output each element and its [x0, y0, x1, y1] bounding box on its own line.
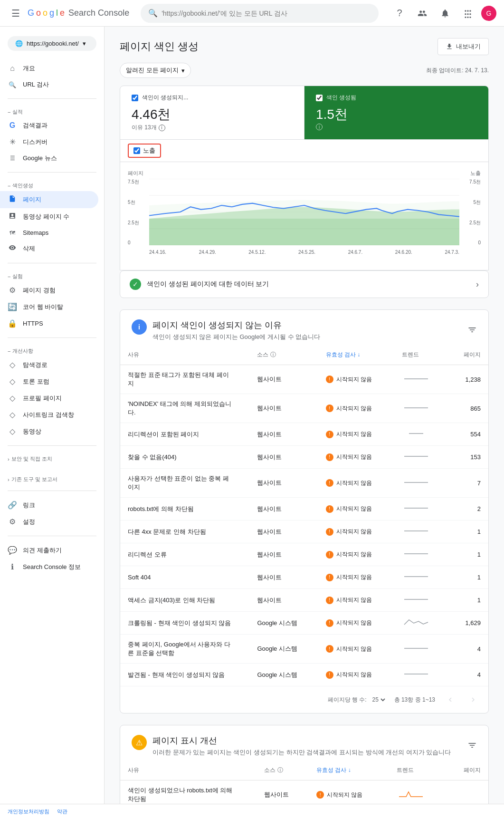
- display-filter-icon[interactable]: [467, 741, 477, 752]
- sidebar-item-breadcrumbs[interactable]: ◇ 탐색경로: [0, 357, 98, 373]
- per-page-label: 페이지당 행 수:: [328, 696, 367, 704]
- sidebar-item-sitemaps[interactable]: 🗺 Sitemaps: [0, 225, 98, 240]
- chart-x-labels: 24.4.16. 24.4.29. 24.5.12. 24.5.25. 24.6…: [149, 250, 459, 255]
- sidebar-item-profile-page[interactable]: ◇ 프로필 페이지: [0, 390, 98, 406]
- people-icon[interactable]: [413, 4, 432, 23]
- discover-icon: ✳: [8, 137, 17, 146]
- user-avatar[interactable]: G: [481, 6, 496, 21]
- prev-page-button[interactable]: [443, 692, 458, 707]
- sidebar-item-google-news[interactable]: ☰ Google 뉴스: [0, 150, 98, 166]
- content-inner: 페이지 색인 생성 내보내기 알려진 모든 페이지 ▾ 최종 업데이트: 24.…: [105, 27, 504, 819]
- sidebar-item-feedback[interactable]: 💬 의견 제출하기: [0, 542, 98, 559]
- pages-icon: [8, 195, 17, 204]
- dcol-validation[interactable]: 유효성 검사 ↓: [309, 761, 389, 780]
- section-expand-icon: −: [8, 109, 10, 115]
- dcol-reason: 사유: [120, 761, 257, 780]
- sidebar-item-video[interactable]: ◇ 동영상: [0, 423, 98, 440]
- sidebar-item-video-pages[interactable]: 동영상 페이지 수: [0, 208, 98, 225]
- dsource-info-icon[interactable]: ⓘ: [277, 767, 283, 773]
- search-bar[interactable]: 🔍: [141, 4, 379, 23]
- table-row[interactable]: 리디렉션이 포함된 페이지 웹사이트 ! 시작되지 않음 554: [120, 423, 488, 446]
- dcol-source: 소스 ⓘ: [257, 761, 309, 780]
- dcol-count: 페이지: [446, 761, 488, 780]
- sidebar-item-url-check[interactable]: 🔍 URL 검사: [0, 77, 98, 93]
- sidebar-section-label-legacy[interactable]: › 기존 도구 및 보고서: [0, 472, 104, 485]
- cell-source: 웹사이트: [249, 446, 318, 469]
- sidebar-item-label: HTTPS: [23, 320, 43, 327]
- next-page-button[interactable]: [466, 692, 481, 707]
- sidebar-item-overview[interactable]: ⌂ 개요: [0, 60, 98, 77]
- warn-section-icon: ⚠: [132, 735, 147, 750]
- table-row[interactable]: 발견됨 - 현재 색인이 생성되지 않음 Google 시스템 ! 시작되지 않…: [120, 664, 488, 686]
- sidebar-item-page-experience[interactable]: ⚙ 페이지 경험: [0, 282, 98, 299]
- sidebar-item-core-web-vitals[interactable]: 🔄 코어 웹 바이탈: [0, 299, 98, 315]
- table-row[interactable]: robots.txt에 의해 차단됨 웹사이트 ! 시작되지 않음 2: [120, 498, 488, 520]
- links-icon: 🔗: [8, 501, 17, 510]
- exposure-badge[interactable]: 노출: [128, 144, 161, 158]
- logo-g2: g: [49, 8, 54, 18]
- chart-left-label: 페이지: [128, 170, 143, 177]
- table-head: 사유 소스 ⓘ 유효성 검사 ↓ 트렌드 페이지: [120, 345, 488, 365]
- sidebar-item-discover[interactable]: ✳ 디스커버: [0, 134, 98, 150]
- stat-card-header-not-indexed: 색인이 생성되지...: [132, 94, 293, 102]
- cell-trend: [394, 498, 448, 520]
- filter-row: 알려진 모든 페이지 ▾ 최종 업데이트: 24. 7. 13.: [120, 63, 489, 78]
- sidebar-item-pages[interactable]: 페이지: [0, 191, 98, 208]
- help-icon[interactable]: ?: [390, 4, 409, 23]
- cell-count: 1: [448, 520, 488, 543]
- bell-icon[interactable]: [436, 4, 455, 23]
- stat-card-not-indexed[interactable]: 색인이 생성되지... 4.46천 이유 13개 i: [120, 86, 304, 139]
- table-row[interactable]: 'NOINDEX' 태그에 의해 제외되었습니다. 웹사이트 ! 시작되지 않음…: [120, 394, 488, 423]
- https-icon: 🔒: [8, 319, 17, 328]
- display-header-row: 사유 소스 ⓘ 유효성 검사 ↓ 트렌드 페이지: [120, 761, 488, 780]
- sidebar-item-links[interactable]: 🔗 링크: [0, 497, 98, 513]
- cell-reason: 리디렉션 오류: [120, 543, 249, 566]
- sidebar-section-label-security[interactable]: › 보안 및 직접 조치: [0, 452, 104, 464]
- grid-icon[interactable]: [458, 4, 477, 23]
- not-indexed-checkbox[interactable]: [132, 95, 138, 101]
- not-indexed-table-body: 적절한 표준 태그가 포함된 대체 페이지 웹사이트 ! 시작되지 않음 1,2…: [120, 365, 488, 686]
- table-row[interactable]: Soft 404 웹사이트 ! 시작되지 않음 1: [120, 566, 488, 589]
- stat-card-indexed[interactable]: 색인 생성됨 1.5천 i: [304, 86, 488, 139]
- col-validation[interactable]: 유효성 검사 ↓: [318, 345, 394, 365]
- search-input[interactable]: [162, 10, 371, 17]
- table-row[interactable]: 액세스 금지(403)로 인해 차단됨 웹사이트 ! 시작되지 않음 1: [120, 589, 488, 612]
- per-page-select[interactable]: 25 10 50: [371, 696, 387, 703]
- sidebar-item-label: 프로필 페이지: [23, 394, 62, 403]
- cell-count: 1: [448, 589, 488, 612]
- export-button[interactable]: 내보내기: [437, 38, 489, 55]
- cell-source: 웹사이트: [249, 365, 318, 394]
- exposure-checkbox[interactable]: [133, 147, 140, 154]
- table-row[interactable]: 찾을 수 없음(404) 웹사이트 ! 시작되지 않음 153: [120, 446, 488, 469]
- terms-link[interactable]: 약관: [57, 808, 67, 815]
- app-name: Search Console: [68, 8, 129, 18]
- sidebar-item-sitelinks-searchbox[interactable]: ◇ 사이트링크 검색창: [0, 406, 98, 423]
- table-row[interactable]: 중복 페이지, Google에서 사용자와 다른 표준을 선택함 Google …: [120, 635, 488, 664]
- privacy-link[interactable]: 개인정보처리방침: [8, 808, 49, 815]
- source-info-icon[interactable]: ⓘ: [270, 351, 276, 358]
- table-row[interactable]: 사용자가 선택한 표준이 없는 중복 페이지 웹사이트 ! 시작되지 않음 7: [120, 469, 488, 498]
- sidebar-item-sc-info[interactable]: ℹ Search Console 정보: [0, 559, 98, 575]
- sidebar-item-label: 탐색경로: [23, 361, 48, 369]
- sidebar-item-settings[interactable]: ⚙ 설정: [0, 513, 98, 530]
- site-selector[interactable]: 🌐 https://gobooki.net/ ▾: [8, 36, 96, 51]
- indexed-checkbox[interactable]: [316, 95, 323, 101]
- table-row[interactable]: 다른 4xx 문제로 인해 차단됨 웹사이트 ! 시작되지 않음 1: [120, 520, 488, 543]
- chart-svg: [149, 179, 459, 245]
- table-row[interactable]: 크롤링됨 - 현재 색인이 생성되지 않음 Google 시스템 ! 시작되지 …: [120, 612, 488, 635]
- sidebar-item-https[interactable]: 🔒 HTTPS: [0, 315, 98, 332]
- search-icon: 🔍: [8, 81, 17, 88]
- sidebar-item-label: Google 뉴스: [23, 154, 57, 163]
- indexed-pages-link[interactable]: ✓ 색인이 생성된 페이지에 대한 데이터 보기 ›: [120, 270, 489, 298]
- sidebar-item-search-results[interactable]: G 검색결과: [0, 117, 98, 134]
- sidebar-item-discussion-forum[interactable]: ◇ 토론 포럼: [0, 373, 98, 390]
- table-row[interactable]: 적절한 표준 태그가 포함된 대체 페이지 웹사이트 ! 시작되지 않음 1,2…: [120, 365, 488, 394]
- filter-button[interactable]: 알려진 모든 페이지 ▾: [120, 63, 191, 78]
- sidebar-item-remove[interactable]: 삭제: [0, 240, 98, 257]
- table-filter-icon[interactable]: [467, 325, 477, 336]
- sidebar: 🌐 https://gobooki.net/ ▾ ⌂ 개요 🔍 URL 검사 −…: [0, 27, 105, 819]
- remove-icon: [8, 244, 17, 253]
- menu-icon[interactable]: ☰: [8, 4, 24, 23]
- table-row[interactable]: 리디렉션 오류 웹사이트 ! 시작되지 않음 1: [120, 543, 488, 566]
- core-web-vitals-icon: 🔄: [8, 302, 17, 311]
